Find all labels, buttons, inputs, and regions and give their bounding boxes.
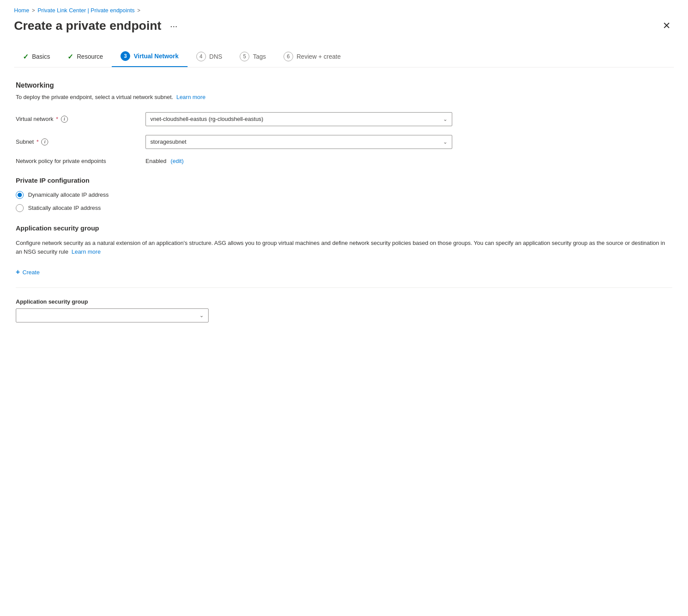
content-area: Networking To deploy the private endpoin… [14, 81, 674, 322]
plus-icon: + [16, 268, 20, 276]
virtual-network-value: vnet-cloudshell-eastus (rg-cloudshell-ea… [150, 116, 440, 122]
wizard-step-dns-label: DNS [209, 53, 223, 60]
radio-circle-static [16, 204, 24, 212]
asg-learn-more[interactable]: Learn more [71, 248, 100, 255]
radio-label-static: Statically allocate IP address [28, 205, 101, 211]
asg-section: Application security group Configure net… [16, 224, 672, 323]
asg-table-header: Application security group [16, 298, 672, 305]
wizard-step-virtual-network[interactable]: 3 Virtual Network [112, 47, 187, 67]
more-options-button[interactable]: ··· [167, 19, 181, 33]
radio-circle-dynamic [16, 191, 24, 199]
close-button[interactable]: ✕ [659, 19, 674, 32]
breadcrumb-sep-2: > [137, 7, 140, 14]
asg-create-button[interactable]: + Create [16, 266, 39, 279]
step-check-resource: ✓ [67, 53, 73, 61]
subnet-control: storagesubnet ⌄ [145, 135, 452, 149]
asg-desc-text: Configure network security as a natural … [16, 240, 665, 255]
asg-dropdown[interactable]: ⌄ [16, 308, 209, 322]
radio-inner-dynamic [18, 193, 22, 197]
wizard-step-basics[interactable]: ✓ Basics [14, 48, 59, 66]
step-circle-virtual-network: 3 [121, 51, 130, 61]
asg-description: Configure network security as a natural … [16, 239, 672, 257]
page-header: Create a private endpoint ··· ✕ [14, 19, 674, 33]
wizard-step-review-create[interactable]: 6 Review + create [275, 47, 350, 67]
network-policy-row: Network policy for private endpoints Ena… [16, 158, 672, 164]
virtual-network-required: * [56, 116, 58, 122]
wizard-step-virtual-network-label: Virtual Network [134, 53, 178, 60]
virtual-network-row: Virtual network * i vnet-cloudshell-east… [16, 112, 672, 126]
virtual-network-control: vnet-cloudshell-eastus (rg-cloudshell-ea… [145, 112, 452, 126]
wizard-steps: ✓ Basics ✓ Resource 3 Virtual Network 4 … [14, 47, 674, 67]
subnet-value: storagesubnet [150, 138, 440, 145]
breadcrumb: Home > Private Link Center | Private end… [14, 7, 674, 14]
network-policy-status: Enabled [145, 158, 167, 164]
subnet-info-icon[interactable]: i [41, 138, 48, 145]
asg-title: Application security group [16, 224, 672, 232]
virtual-network-label: Virtual network * i [16, 116, 138, 123]
subnet-chevron-icon: ⌄ [443, 139, 447, 145]
radio-option-static[interactable]: Statically allocate IP address [16, 204, 672, 212]
networking-learn-more[interactable]: Learn more [176, 94, 205, 100]
wizard-step-resource-label: Resource [77, 53, 103, 60]
step-circle-review-create: 6 [284, 52, 293, 61]
network-policy-edit-link[interactable]: (edit) [170, 158, 184, 164]
step-circle-dns: 4 [196, 52, 206, 61]
radio-option-dynamic[interactable]: Dynamically allocate IP address [16, 191, 672, 199]
virtual-network-chevron-icon: ⌄ [443, 116, 447, 122]
step-circle-tags: 5 [240, 52, 249, 61]
virtual-network-info-icon[interactable]: i [61, 116, 68, 123]
wizard-step-review-create-label: Review + create [297, 53, 341, 60]
wizard-step-tags-label: Tags [253, 53, 266, 60]
private-ip-section: Private IP configuration Dynamically all… [16, 177, 672, 212]
subnet-label-text: Subnet [16, 138, 34, 145]
breadcrumb-center[interactable]: Private Link Center | Private endpoints [38, 7, 135, 14]
network-policy-value: Enabled (edit) [145, 158, 184, 164]
page-title-row: Create a private endpoint ··· [14, 19, 181, 33]
virtual-network-label-text: Virtual network [16, 116, 53, 122]
step-check-basics: ✓ [23, 53, 28, 61]
page-wrapper: Home > Private Link Center | Private end… [0, 0, 688, 616]
radio-label-dynamic: Dynamically allocate IP address [28, 191, 109, 198]
breadcrumb-home[interactable]: Home [14, 7, 29, 14]
asg-divider [16, 287, 672, 288]
networking-description: To deploy the private endpoint, select a… [16, 93, 672, 102]
networking-section-title: Networking [16, 81, 672, 89]
breadcrumb-sep-1: > [32, 7, 35, 14]
subnet-dropdown[interactable]: storagesubnet ⌄ [145, 135, 452, 149]
wizard-step-basics-label: Basics [32, 53, 50, 60]
subnet-required: * [36, 138, 39, 145]
networking-desc-text: To deploy the private endpoint, select a… [16, 94, 173, 100]
virtual-network-dropdown[interactable]: vnet-cloudshell-eastus (rg-cloudshell-ea… [145, 112, 452, 126]
wizard-step-dns[interactable]: 4 DNS [188, 47, 231, 67]
asg-dropdown-row: ⌄ [16, 308, 672, 322]
private-ip-title: Private IP configuration [16, 177, 672, 184]
subnet-label: Subnet * i [16, 138, 138, 145]
subnet-row: Subnet * i storagesubnet ⌄ [16, 135, 672, 149]
asg-chevron-icon: ⌄ [199, 312, 204, 319]
network-policy-label: Network policy for private endpoints [16, 158, 138, 164]
private-ip-radio-group: Dynamically allocate IP address Statical… [16, 191, 672, 212]
wizard-step-tags[interactable]: 5 Tags [231, 47, 275, 67]
wizard-step-resource[interactable]: ✓ Resource [59, 48, 112, 66]
asg-create-label: Create [22, 269, 39, 276]
page-title: Create a private endpoint [14, 19, 161, 33]
